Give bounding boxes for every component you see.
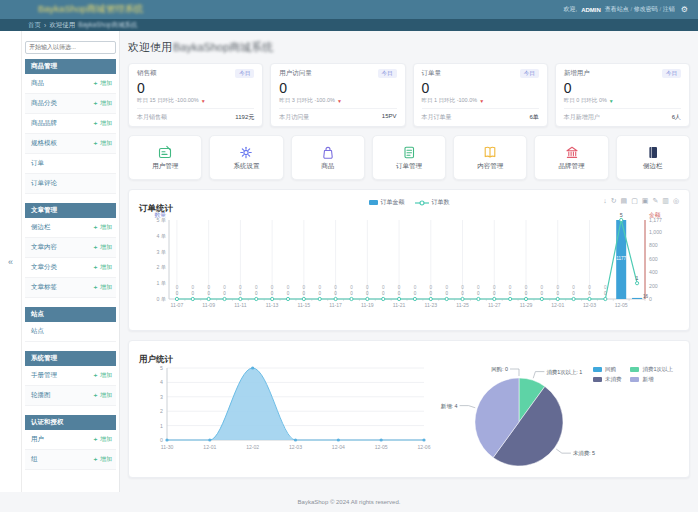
- svg-text:0: 0: [477, 291, 480, 296]
- bar-switch-icon[interactable]: ▥: [662, 197, 669, 205]
- sidebar-item[interactable]: 侧边栏＋ 增加: [25, 218, 116, 238]
- restore-icon[interactable]: ▣: [642, 197, 649, 205]
- sidebar-item[interactable]: 商品品牌＋ 增加: [25, 114, 116, 134]
- sidebar-item-link[interactable]: 侧边栏: [31, 223, 51, 232]
- add-link[interactable]: ＋ 增加: [92, 263, 112, 272]
- sidebar-item-link[interactable]: 规格模板: [31, 139, 57, 148]
- sidebar-item[interactable]: 轮播图＋ 增加: [25, 386, 116, 406]
- sidebar-item[interactable]: 文章标签＋ 增加: [25, 278, 116, 298]
- download-icon[interactable]: ↓: [603, 197, 607, 205]
- sidebar-item[interactable]: 订单评论: [25, 174, 116, 194]
- add-link[interactable]: ＋ 增加: [92, 99, 112, 108]
- refresh-icon[interactable]: ↻: [611, 197, 617, 205]
- quick-action-button[interactable]: 用户管理: [128, 135, 202, 180]
- sidebar-item-link[interactable]: 站点: [31, 327, 44, 336]
- stat-card-title: 用户访问量: [279, 69, 312, 78]
- chart-toolbar: ↓↻▤▢▣✎▥◎: [603, 197, 679, 205]
- stat-card: 用户访问量今日0昨日 3 日环比 -100.0%▼本月访问量15PV: [270, 63, 405, 127]
- sidebar-item-link[interactable]: 商品: [31, 79, 44, 88]
- plus-icon: ＋: [92, 284, 98, 290]
- sidebar-item-link[interactable]: 商品品牌: [31, 119, 57, 128]
- sidebar-section-header: 认证和授权: [25, 415, 116, 430]
- add-link[interactable]: ＋ 增加: [92, 455, 112, 464]
- add-link[interactable]: ＋ 增加: [92, 119, 112, 128]
- pie-legend-item[interactable]: 消费1次以上: [630, 366, 673, 373]
- svg-text:11-21: 11-21: [393, 302, 406, 308]
- legend-item-order-count[interactable]: 订单数: [415, 198, 450, 207]
- svg-text:0: 0: [541, 291, 544, 296]
- stat-compare: 昨日 1 日环比 -100.0%▼: [422, 97, 539, 104]
- sidebar-item[interactable]: 文章内容＋ 增加: [25, 238, 116, 258]
- header-link[interactable]: 查看站点: [605, 6, 629, 12]
- sidebar-item-link[interactable]: 文章内容: [31, 243, 57, 252]
- user-stats-title: 用户统计: [139, 354, 173, 364]
- add-link[interactable]: ＋ 增加: [92, 79, 112, 88]
- pie-legend-item[interactable]: 回购: [593, 366, 622, 373]
- sidebar-collapse-toggle[interactable]: «: [0, 31, 22, 492]
- add-link[interactable]: ＋ 增加: [92, 139, 112, 148]
- sidebar-item-link[interactable]: 轮播图: [31, 391, 51, 400]
- add-link[interactable]: ＋ 增加: [92, 243, 112, 252]
- stat-card: 销售额今日0昨日 15 日环比 -100.00%▼本月销售额1192元: [128, 63, 263, 127]
- svg-text:3 单: 3 单: [156, 249, 166, 255]
- svg-text:0: 0: [588, 291, 591, 296]
- sidebar-item-link[interactable]: 订单评论: [31, 179, 57, 188]
- sidebar-item[interactable]: 商品＋ 增加: [25, 74, 116, 94]
- sidebar-item[interactable]: 手册管理＋ 增加: [25, 366, 116, 386]
- breadcrumb: 首页 › 欢迎使用 BaykaShop商城系统: [0, 19, 698, 31]
- quick-action-button[interactable]: 内容管理: [453, 135, 527, 180]
- pie-legend-item[interactable]: 未消费: [593, 376, 622, 383]
- quick-action-button[interactable]: 侧边栏: [616, 135, 690, 180]
- zoom-box-icon[interactable]: ▢: [631, 197, 638, 205]
- svg-text:800: 800: [649, 242, 658, 248]
- breadcrumb-home-link[interactable]: 首页: [28, 21, 41, 30]
- stat-month-label: 本月新增用户: [564, 113, 600, 122]
- legend-label: 未消费: [605, 376, 622, 383]
- svg-text:0: 0: [493, 291, 496, 296]
- sidebar-item[interactable]: 订单: [25, 154, 116, 174]
- quick-action-button[interactable]: 商品: [291, 135, 365, 180]
- header-link[interactable]: 注销: [663, 6, 675, 12]
- quick-action-button[interactable]: 系统设置: [209, 135, 283, 180]
- sidebar-item-link[interactable]: 组: [31, 455, 38, 464]
- svg-text:0: 0: [525, 285, 528, 290]
- legend-label: 新增: [642, 376, 653, 383]
- sidebar-item[interactable]: 用户＋ 增加: [25, 430, 116, 450]
- svg-text:11-29: 11-29: [520, 302, 533, 308]
- pie-legend-item[interactable]: 新增: [630, 376, 673, 383]
- trend-arrow-icon: ▼: [201, 98, 206, 104]
- sidebar-item-link[interactable]: 文章分类: [31, 263, 57, 272]
- sidebar-item[interactable]: 站点: [25, 322, 116, 342]
- legend-item-order-amount[interactable]: 订单金额: [369, 198, 405, 207]
- sidebar-item[interactable]: 文章分类＋ 增加: [25, 258, 116, 278]
- sidebar-filter-input[interactable]: [25, 41, 116, 54]
- stat-month-value: 1192元: [235, 113, 254, 122]
- add-link[interactable]: ＋ 增加: [92, 371, 112, 380]
- add-link[interactable]: ＋ 增加: [92, 435, 112, 444]
- stat-cards-row: 销售额今日0昨日 15 日环比 -100.00%▼本月销售额1192元用户访问量…: [128, 63, 690, 127]
- copyright-text: BaykaShop © 2024 All rights reserved.: [298, 499, 401, 505]
- sidebar-item-link[interactable]: 手册管理: [31, 371, 57, 380]
- sidebar-item-link[interactable]: 文章标签: [31, 283, 57, 292]
- svg-text:0: 0: [239, 291, 242, 296]
- sidebar-item[interactable]: 商品分类＋ 增加: [25, 94, 116, 114]
- quick-action-button[interactable]: 品牌管理: [534, 135, 608, 180]
- add-link[interactable]: ＋ 增加: [92, 283, 112, 292]
- svg-text:0: 0: [477, 285, 480, 290]
- sidebar-item-link[interactable]: 订单: [31, 159, 44, 168]
- data-view-icon[interactable]: ▤: [621, 197, 628, 205]
- theme-toggle-icon[interactable]: ⚙: [681, 5, 688, 14]
- header-link[interactable]: 修改密码: [634, 6, 658, 12]
- add-link[interactable]: ＋ 增加: [92, 391, 112, 400]
- stat-compare: 昨日 0 日环比 0%▼: [564, 97, 681, 104]
- svg-text:11-25: 11-25: [456, 302, 469, 308]
- app-header: BaykaShop商城管理系统 欢迎, ADMIN 查看站点 / 修改密码 / …: [0, 0, 698, 19]
- sidebar-item[interactable]: 规格模板＋ 增加: [25, 134, 116, 154]
- edit-icon[interactable]: ✎: [652, 197, 658, 205]
- add-link[interactable]: ＋ 增加: [92, 223, 112, 232]
- quick-action-button[interactable]: 订单管理: [372, 135, 446, 180]
- sidebar-item-link[interactable]: 用户: [31, 435, 44, 444]
- sidebar-item-link[interactable]: 商品分类: [31, 99, 57, 108]
- sidebar-item[interactable]: 组＋ 增加: [25, 450, 116, 470]
- tooltip-icon[interactable]: ◎: [673, 197, 679, 205]
